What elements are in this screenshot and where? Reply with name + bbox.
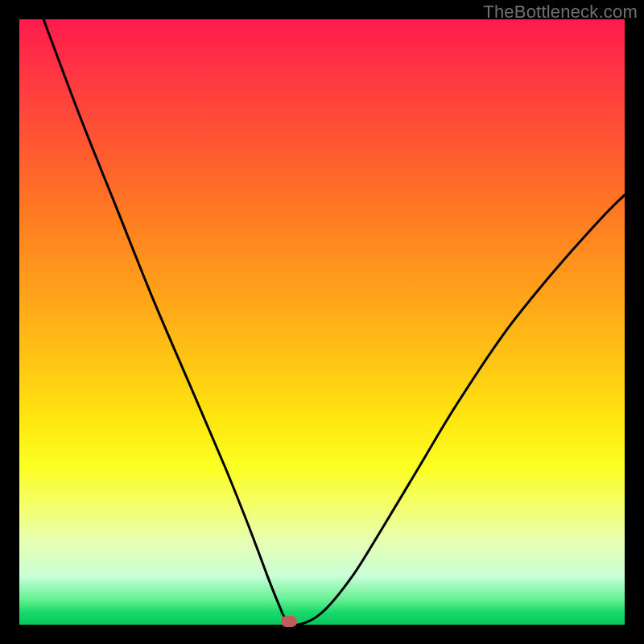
bottleneck-curve — [19, 19, 625, 625]
watermark-text: TheBottleneck.com — [483, 2, 638, 23]
plot-area — [19, 19, 625, 625]
chart-frame: TheBottleneck.com — [0, 0, 644, 644]
optimal-point-marker — [281, 616, 297, 627]
